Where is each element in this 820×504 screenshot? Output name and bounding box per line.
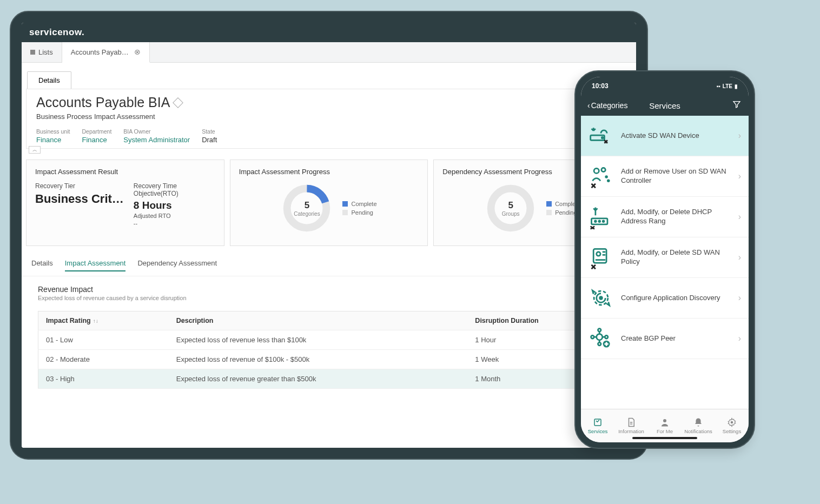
list-item[interactable]: Add, Modify, or Delete SD WAN Policy › (581, 237, 749, 278)
page-title-text: Accounts Payable BIA (36, 95, 170, 110)
svg-point-10 (595, 221, 597, 222)
col-impact-rating[interactable]: Impact Rating↑↓ (38, 311, 169, 330)
list-item[interactable]: Create BGP Peer › (581, 319, 749, 359)
cell-rating: 02 - Moderate (38, 350, 169, 369)
nav-settings[interactable]: Settings (715, 409, 749, 442)
list-item-label: Activate SD WAN Device (621, 131, 731, 141)
card-title: Impact Assessment Result (35, 168, 215, 176)
adjusted-rto-label: Adjusted RTO (134, 213, 215, 219)
services-list[interactable]: Activate SD WAN Device › Add or Remove U… (581, 116, 749, 409)
service-icon (588, 204, 613, 229)
donut-unit: Categories (294, 211, 320, 217)
tab-impact-assessment[interactable]: Impact Assessment (65, 256, 126, 271)
table-row[interactable]: 03 - High Expected loss of revenue great… (38, 369, 620, 389)
sort-icon: ↑↓ (93, 318, 98, 324)
table-row[interactable]: 01 - Low Expected loss of revenue less t… (38, 330, 620, 350)
card-impact-progress: Impact Assessment Progress 5 Categories (230, 160, 428, 246)
status-time: 10:03 (592, 82, 609, 90)
list-item[interactable]: Add or Remove User on SD WAN Controller … (581, 156, 749, 197)
rto-label: Recovery Time Objective(RTO) (134, 182, 215, 197)
nav-label: Information (618, 428, 644, 434)
svg-point-5 (594, 168, 599, 173)
nav-title: Services (649, 101, 680, 110)
section-tabs: Details Impact Assessment Dependency Ass… (22, 251, 636, 276)
phone-frame: 10:03 ▪▪ LTE ▮ ‹ Categories Services Act… (574, 70, 755, 449)
nav-label: Services (588, 428, 607, 434)
meta-value-link[interactable]: System Administrator (123, 136, 190, 144)
chevron-right-icon: › (738, 253, 741, 262)
donut-chart-progress: 5 Categories (281, 182, 333, 234)
tablet-frame: servicenow. Lists Accounts Payab… ⊗ Deta… (10, 11, 648, 460)
collapse-toggle[interactable]: ︿ (29, 146, 41, 154)
svg-point-12 (603, 221, 604, 222)
section-subtitle: Expected loss of revenue caused by a ser… (38, 295, 187, 301)
revenue-impact-table: Impact Rating↑↓ Description Disruption D… (38, 311, 620, 389)
tab-lists[interactable]: Lists (22, 42, 62, 62)
network-label: LTE (723, 83, 732, 89)
col-description[interactable]: Description (169, 311, 468, 330)
legend-label: Pending (351, 209, 373, 216)
tab-accounts-payable[interactable]: Accounts Payab… ⊗ (62, 42, 150, 63)
tab-label: Accounts Payab… (71, 48, 129, 56)
svg-point-25 (731, 421, 733, 424)
svg-point-16 (599, 296, 603, 300)
legend-swatch-pending (546, 210, 552, 215)
record-header: Accounts Payable BIA Business Process Im… (26, 89, 632, 149)
close-icon[interactable]: ⊗ (134, 48, 141, 56)
meta-value-link[interactable]: Finance (82, 136, 111, 144)
table-row[interactable]: 02 - Moderate Expected loss of revenue o… (38, 350, 620, 369)
chevron-right-icon: › (738, 131, 741, 141)
home-indicator (632, 437, 697, 439)
card-impact-result: Impact Assessment Result Recovery Tier B… (26, 160, 224, 246)
tab-details[interactable]: Details (27, 71, 71, 89)
status-indicators: ▪▪ LTE ▮ (717, 83, 738, 89)
svg-point-19 (605, 335, 608, 339)
workspace-tabs: Lists Accounts Payab… ⊗ (22, 42, 636, 63)
tab-dependency-assessment[interactable]: Dependency Assessment (137, 256, 217, 271)
tab-details-section[interactable]: Details (31, 256, 53, 271)
svg-point-17 (597, 334, 603, 340)
battery-icon: ▮ (735, 83, 738, 89)
donut-unit: Groups (502, 211, 520, 217)
filter-icon[interactable] (732, 100, 741, 111)
tablet-screen: servicenow. Lists Accounts Payab… ⊗ Deta… (22, 23, 636, 448)
back-label: Categories (591, 101, 628, 110)
list-item-label: Add, Modify, or Delete SD WAN Policy (621, 248, 731, 267)
phone-screen: 10:03 ▪▪ LTE ▮ ‹ Categories Services Act… (581, 77, 749, 442)
chevron-right-icon: › (738, 212, 741, 222)
nav-label: Notifications (684, 428, 712, 434)
chevron-left-icon: ‹ (587, 101, 590, 110)
list-item-label: Add, Modify, or Delete DHCP Address Rang (621, 208, 731, 226)
service-icon (588, 123, 613, 148)
section-title: Revenue Impact (38, 285, 187, 294)
meta-department: Department Finance (82, 128, 111, 144)
list-item[interactable]: Activate SD WAN Device › (581, 116, 749, 156)
signal-icon: ▪▪ (717, 83, 720, 89)
list-item-label: Create BGP Peer (621, 334, 731, 343)
card-title: Impact Assessment Progress (239, 168, 419, 176)
svg-point-8 (607, 180, 610, 183)
nav-services[interactable]: Services (581, 409, 614, 442)
svg-point-14 (597, 252, 600, 256)
svg-point-24 (663, 419, 666, 422)
page-subtitle: Business Process Impact Assessment (36, 112, 621, 121)
legend-swatch-pending (342, 210, 348, 215)
chart-legend: Complete Pending (342, 198, 376, 218)
svg-point-21 (598, 342, 601, 346)
meta-bia-owner: BIA Owner System Administrator (123, 128, 190, 144)
brand-logo: servicenow. (29, 27, 84, 38)
list-item[interactable]: Add, Modify, or Delete DHCP Address Rang… (581, 197, 749, 237)
svg-rect-23 (594, 419, 601, 426)
page-title: Accounts Payable BIA (36, 95, 621, 110)
svg-point-6 (601, 168, 605, 171)
svg-point-4 (601, 137, 603, 138)
tag-icon[interactable] (173, 97, 183, 108)
meta-value-link[interactable]: Finance (36, 136, 70, 144)
list-item[interactable]: Configure Application Discovery › (581, 278, 749, 319)
back-button[interactable]: ‹ Categories (587, 101, 627, 110)
summary-cards: Impact Assessment Result Recovery Tier B… (22, 149, 636, 251)
revenue-impact-section: Revenue Impact Expected loss of revenue … (22, 276, 636, 397)
cell-rating: 03 - High (38, 369, 169, 389)
meta-business-unit: Business unit Finance (36, 128, 70, 144)
legend-label: Complete (351, 201, 376, 207)
